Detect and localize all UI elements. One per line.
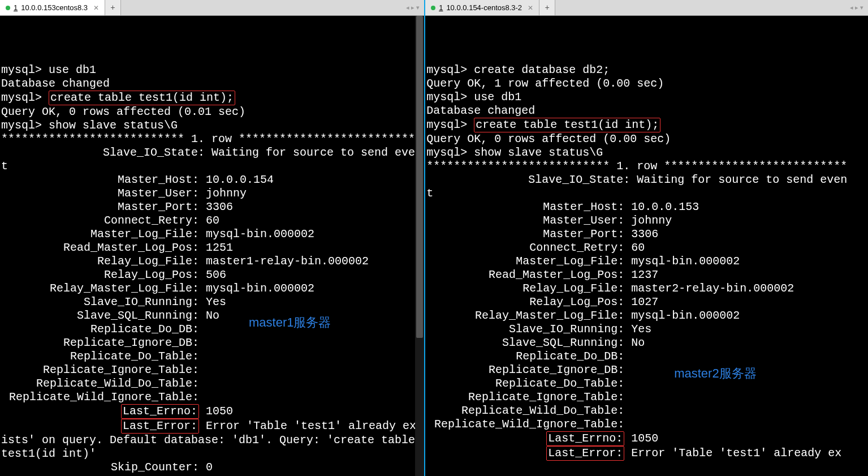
status-row: Replicate_Do_DB: (426, 350, 867, 363)
left-tab-active[interactable]: 1 10.0.0.153centos8.3 ✕ (0, 0, 105, 15)
terminal-line: Query OK, 0 rows affected (0.00 sec) (426, 132, 867, 146)
status-value: 1050 (624, 432, 658, 445)
status-row: Connect_Retry: 60 (1, 214, 423, 228)
close-icon[interactable]: ✕ (93, 4, 99, 12)
status-row: Master_Host: 10.0.0.154 (1, 173, 423, 187)
terminal-line: mysql> show slave status\G (1, 119, 423, 132)
status-value: mysql-bin.000002 (624, 309, 740, 322)
status-value: johnny (624, 214, 672, 227)
new-tab-button[interactable]: + (105, 0, 121, 15)
right-terminal[interactable]: mysql> create database db2;Query OK, 1 r… (425, 16, 868, 476)
terminal-line: mysql> use db1 (1, 63, 423, 77)
status-row: Read_Master_Log_Pos: 1237 (426, 268, 867, 282)
status-value: master1-relay-bin.000002 (199, 255, 369, 268)
terminal-line: test1(id int)' (1, 447, 423, 461)
status-value: Error 'Table 'test1' already ex (199, 419, 416, 432)
right-tab[interactable]: 1 10.0.0.154-centos8.3-2 ✕ (425, 0, 539, 15)
left-scrollbar[interactable] (415, 16, 424, 476)
left-terminal[interactable]: mysql> use db1Database changedmysql> cre… (0, 16, 424, 476)
status-value: 60 (199, 214, 219, 227)
new-tab-button[interactable]: + (539, 0, 555, 15)
status-row: Master_Host: 10.0.0.153 (426, 200, 867, 214)
status-value: Error 'Table 'test1' already ex (624, 447, 841, 460)
terminal-line: Database changed (426, 104, 867, 118)
status-row: Replicate_Ignore_Table: (426, 391, 867, 404)
status-key: Replicate_Do_Table: (1, 350, 199, 363)
status-row: Replicate_Wild_Ignore_Table: (1, 391, 423, 404)
status-key: Master_User: (426, 214, 624, 228)
status-key: Master_Port: (1, 200, 199, 214)
status-key: Replicate_Ignore_Table: (1, 363, 199, 377)
status-value: 10.0.0.154 (199, 173, 274, 186)
status-row: Relay_Master_Log_File: mysql-bin.000002 (426, 309, 867, 323)
tab-nav-arrows[interactable]: ◂ ▸ ▾ (845, 0, 868, 15)
status-key: Replicate_Ignore_DB: (426, 363, 624, 377)
status-row: Replicate_Ignore_DB: (426, 363, 867, 377)
status-row: Relay_Log_Pos: 506 (1, 268, 423, 282)
status-key: Relay_Log_Pos: (1, 268, 199, 282)
last-error-row: Last_Error: Error 'Table 'test1' already… (1, 419, 423, 434)
status-row: Replicate_Wild_Do_Table: (426, 404, 867, 418)
close-icon[interactable]: ✕ (528, 4, 533, 12)
tab-title: 10.0.0.154-centos8.3-2 (446, 3, 522, 12)
status-key: Relay_Log_File: (426, 282, 624, 295)
status-value: No (624, 336, 645, 349)
terminal-line: ists' on query. Default database: 'db1'.… (1, 434, 423, 447)
status-row: Replicate_Do_Table: (1, 350, 423, 363)
status-value: 10.0.0.153 (624, 200, 699, 213)
status-key: Read_Master_Log_Pos: (426, 268, 624, 282)
status-key: Replicate_Wild_Do_Table: (426, 404, 624, 418)
left-annotation: master1服务器 (249, 316, 331, 329)
status-value: mysql-bin.000002 (199, 228, 314, 241)
terminal-line: mysql> create table test1(id int); (426, 118, 867, 132)
terminal-line: t (426, 187, 867, 200)
highlighted-errno-key: Last_Errno: (546, 431, 624, 446)
status-row: Replicate_Wild_Ignore_Table: (426, 418, 867, 431)
status-row: Replicate_Ignore_Table: (1, 363, 423, 377)
status-row: Slave_SQL_Running: No (426, 336, 867, 350)
status-row: Master_Port: 3306 (426, 228, 867, 241)
status-value: 1237 (624, 268, 658, 281)
highlighted-command: create table test1(id int); (49, 91, 235, 105)
right-terminal-pane: 1 10.0.0.154-centos8.3-2 ✕ + ◂ ▸ ▾ mysql… (425, 0, 868, 476)
scrollbar-thumb[interactable] (416, 16, 423, 338)
status-key: Connect_Retry: (1, 214, 199, 228)
highlighted-errno-key: Last_Errno: (121, 404, 199, 419)
tab-nav-arrows[interactable]: ◂ ▸ ▾ (401, 0, 424, 15)
status-value: 1251 (199, 241, 233, 254)
terminal-line: mysql> use db1 (426, 91, 867, 104)
status-row: Master_User: johnny (426, 214, 867, 228)
status-row: Master_Log_File: mysql-bin.000002 (1, 228, 423, 241)
status-key: Master_Host: (426, 200, 624, 214)
terminal-line: t (1, 160, 423, 173)
status-value: Yes (199, 295, 226, 308)
status-row: Replicate_Ignore_DB: (1, 336, 423, 350)
status-value: 60 (624, 241, 645, 254)
status-key: Slave_SQL_Running: (1, 309, 199, 323)
last-error-row: Last_Error: Error 'Table 'test1' already… (426, 446, 867, 461)
terminal-line: Slave_IO_State: Waiting for source to se… (1, 146, 423, 160)
status-value: mysql-bin.000002 (199, 282, 314, 295)
status-row: Master_Log_File: mysql-bin.000002 (426, 255, 867, 268)
status-row: Master_User: johnny (1, 187, 423, 200)
highlighted-error-key: Last_Error: (546, 446, 624, 461)
status-value: 3306 (624, 228, 658, 241)
status-key: Master_Log_File: (1, 228, 199, 241)
status-row: Replicate_Do_Table: (426, 377, 867, 391)
status-key: Slave_IO_Running: (1, 295, 199, 309)
last-errno-row: Last_Errno: 1050 (1, 404, 423, 419)
status-key: Replicate_Wild_Ignore_Table: (426, 418, 624, 431)
status-key: Replicate_Do_Table: (426, 377, 624, 391)
terminal-line: *************************** 1. row *****… (426, 160, 867, 173)
status-key: Slave_IO_Running: (426, 323, 624, 336)
status-value: 1027 (624, 295, 658, 308)
status-key: Replicate_Wild_Ignore_Table: (1, 391, 199, 404)
status-row: Relay_Log_File: master1-relay-bin.000002 (1, 255, 423, 268)
terminal-line: Database changed (1, 77, 423, 91)
status-row: Slave_IO_Running: Yes (1, 295, 423, 309)
right-tabbar: 1 10.0.0.154-centos8.3-2 ✕ + ◂ ▸ ▾ (425, 0, 868, 16)
status-value: master2-relay-bin.000002 (624, 282, 794, 295)
status-key: Replicate_Wild_Do_Table: (1, 377, 199, 391)
status-value: 0 (199, 461, 213, 474)
status-key: Replicate_Do_DB: (426, 350, 624, 363)
